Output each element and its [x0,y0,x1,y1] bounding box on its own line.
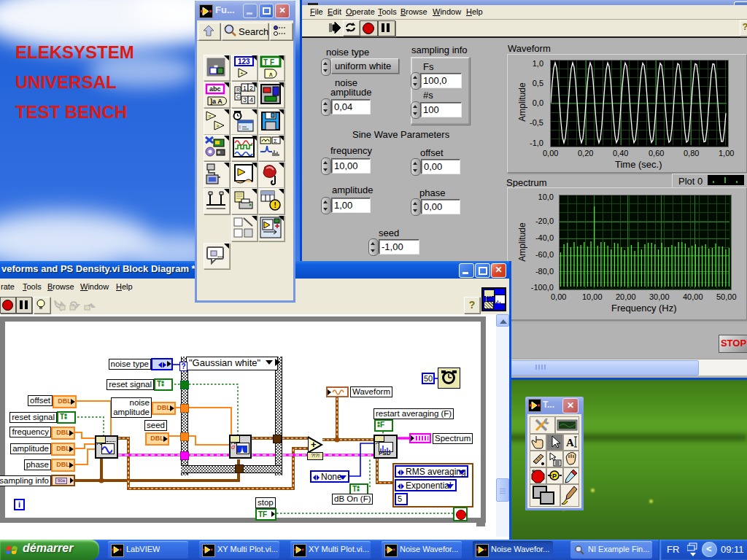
svg-text:T F: T F [263,58,274,66]
svg-text:Σ: Σ [274,138,277,144]
svg-text:]a A: ]a A [210,98,222,105]
svg-text:1: 1 [243,85,247,92]
svg-text:=: = [208,113,212,120]
svg-text:...: ... [217,252,223,259]
svg-text:C: C [236,94,240,99]
svg-text:!: ! [239,125,241,130]
svg-text:P: P [552,472,557,480]
svg-text:!: ! [274,201,276,209]
svg-text:R: R [236,88,240,93]
svg-text:>: > [216,122,220,129]
svg-text:3: 3 [243,96,247,104]
svg-text:4: 4 [249,96,253,104]
svg-text:+: + [240,70,244,77]
svg-text:123: 123 [238,58,250,66]
svg-text:A: A [566,437,574,448]
svg-text:∧: ∧ [268,71,274,78]
svg-text:abc: abc [209,85,221,93]
